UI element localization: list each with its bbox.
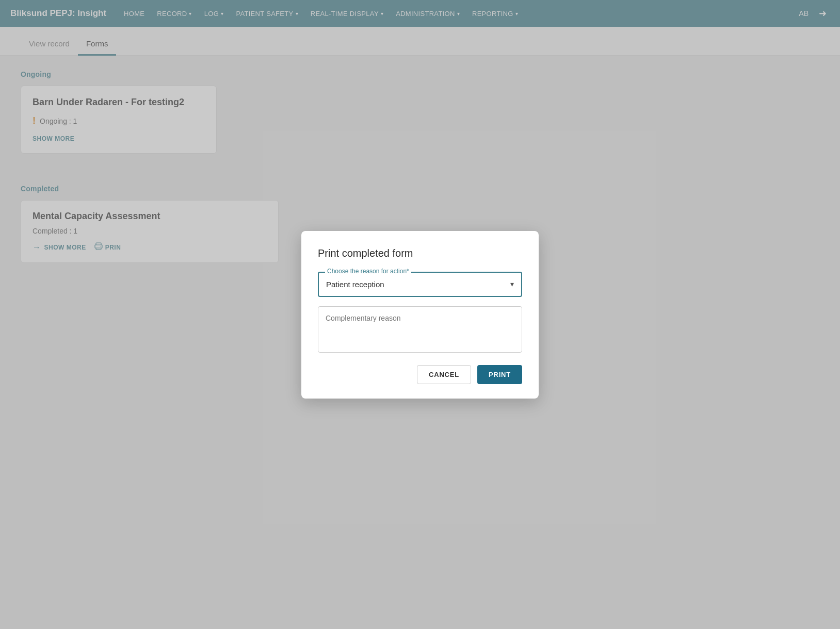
dropdown-chevron-icon: ▾	[510, 280, 514, 288]
modal-title: Print completed form	[318, 247, 522, 259]
modal-overlay: Print completed form Choose the reason f…	[0, 0, 840, 629]
reason-select[interactable]: Patient reception ▾	[319, 273, 521, 296]
reason-select-label: Choose the reason for action*	[325, 268, 411, 275]
complementary-reason-group	[318, 306, 522, 355]
modal-footer: CANCEL PRINT	[318, 365, 522, 384]
reason-select-wrapper: Choose the reason for action* Patient re…	[318, 272, 522, 297]
cancel-button[interactable]: CANCEL	[417, 365, 471, 384]
print-button[interactable]: PRINT	[477, 365, 522, 384]
complementary-reason-textarea[interactable]	[318, 306, 522, 353]
reason-select-value: Patient reception	[326, 280, 384, 289]
reason-select-group: Choose the reason for action* Patient re…	[318, 272, 522, 297]
print-form-modal: Print completed form Choose the reason f…	[301, 231, 539, 399]
